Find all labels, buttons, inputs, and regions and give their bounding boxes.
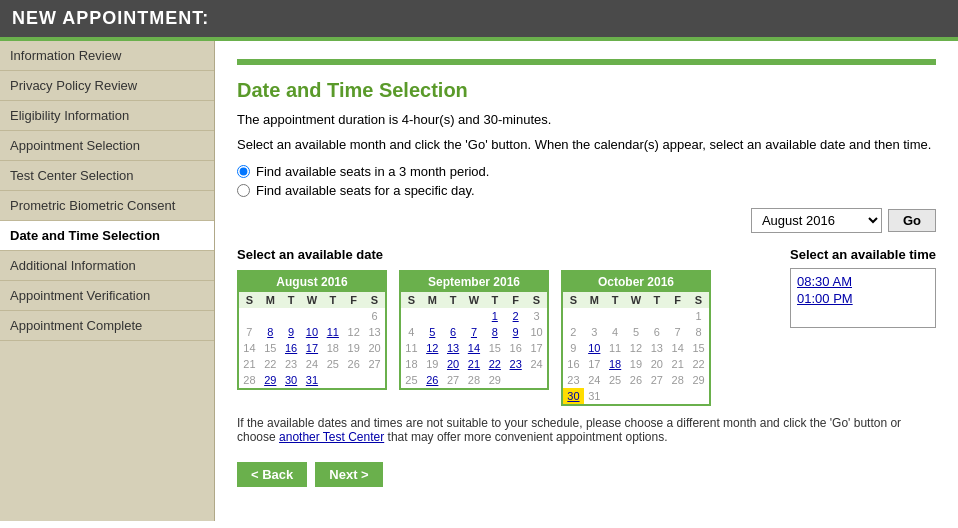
cal-day bbox=[646, 388, 667, 404]
sidebar-item[interactable]: Privacy Policy Review bbox=[0, 71, 214, 101]
cal-day: 3 bbox=[526, 308, 547, 324]
cal-day[interactable]: 31 bbox=[302, 372, 323, 388]
sidebar-item[interactable]: Eligibility Information bbox=[0, 101, 214, 131]
cal-day[interactable]: 11 bbox=[322, 324, 343, 340]
radio-3month-label: Find available seats in a 3 month period… bbox=[256, 164, 489, 179]
cal-day[interactable]: 29 bbox=[260, 372, 281, 388]
cal-day-header: S bbox=[563, 292, 584, 308]
cal-day: 20 bbox=[364, 340, 385, 356]
cal-day: 24 bbox=[302, 356, 323, 372]
cal-day[interactable]: 16 bbox=[281, 340, 302, 356]
sidebar-item[interactable]: Prometric Biometric Consent bbox=[0, 191, 214, 221]
cal-day bbox=[626, 308, 647, 324]
cal-day: 17 bbox=[584, 356, 605, 372]
cal-day bbox=[584, 308, 605, 324]
sidebar-item[interactable]: Appointment Verification bbox=[0, 281, 214, 311]
cal-day bbox=[464, 308, 485, 324]
cal-day: 27 bbox=[646, 372, 667, 388]
cal-day: 24 bbox=[584, 372, 605, 388]
cal-day[interactable]: 1 bbox=[484, 308, 505, 324]
cal-day bbox=[364, 372, 385, 388]
main-content: Date and Time Selection The appointment … bbox=[215, 41, 958, 521]
cal-day[interactable]: 30 bbox=[281, 372, 302, 388]
cal-day[interactable]: 12 bbox=[422, 340, 443, 356]
cal-day-header: W bbox=[464, 292, 485, 308]
cal-day: 24 bbox=[526, 356, 547, 372]
cal-day bbox=[605, 308, 626, 324]
cal-day[interactable]: 18 bbox=[605, 356, 626, 372]
cal-day[interactable]: 21 bbox=[464, 356, 485, 372]
cal-day[interactable]: 20 bbox=[443, 356, 464, 372]
cal-day[interactable]: 7 bbox=[464, 324, 485, 340]
cal-day[interactable]: 10 bbox=[584, 340, 605, 356]
cal-day: 23 bbox=[281, 356, 302, 372]
go-button[interactable]: Go bbox=[888, 209, 936, 232]
cal-day bbox=[322, 308, 343, 324]
cal-day[interactable]: 8 bbox=[484, 324, 505, 340]
sidebar-item[interactable]: Appointment Selection bbox=[0, 131, 214, 161]
sidebar-item[interactable]: Information Review bbox=[0, 41, 214, 71]
radio-3month[interactable]: Find available seats in a 3 month period… bbox=[237, 164, 936, 179]
radio-specific[interactable]: Find available seats for a specific day. bbox=[237, 183, 936, 198]
calendar-header-2: October 2016 bbox=[563, 272, 709, 292]
next-button[interactable]: Next > bbox=[315, 462, 382, 487]
cal-day[interactable]: 9 bbox=[505, 324, 526, 340]
radio-3month-input[interactable] bbox=[237, 165, 250, 178]
back-button[interactable]: < Back bbox=[237, 462, 307, 487]
cal-day[interactable]: 22 bbox=[484, 356, 505, 372]
month-select[interactable]: June 2016July 2016August 2016September 2… bbox=[751, 208, 882, 233]
sidebar-item[interactable]: Additional Information bbox=[0, 251, 214, 281]
cal-day: 23 bbox=[563, 372, 584, 388]
footer-text-after: that may offer more convenient appointme… bbox=[384, 430, 667, 444]
cal-day: 9 bbox=[563, 340, 584, 356]
cal-day bbox=[626, 388, 647, 404]
cal-day bbox=[260, 308, 281, 324]
cal-day: 13 bbox=[364, 324, 385, 340]
cal-day: 6 bbox=[646, 324, 667, 340]
sidebar-item[interactable]: Appointment Complete bbox=[0, 311, 214, 341]
cal-day[interactable]: 6 bbox=[443, 324, 464, 340]
cal-day: 12 bbox=[343, 324, 364, 340]
cal-day: 2 bbox=[563, 324, 584, 340]
cal-day[interactable]: 10 bbox=[302, 324, 323, 340]
cal-day: 22 bbox=[688, 356, 709, 372]
cal-day: 16 bbox=[563, 356, 584, 372]
time-option[interactable]: 01:00 PM bbox=[795, 290, 931, 307]
cal-day: 15 bbox=[688, 340, 709, 356]
cal-day[interactable]: 9 bbox=[281, 324, 302, 340]
cal-day[interactable]: 14 bbox=[464, 340, 485, 356]
radio-group: Find available seats in a 3 month period… bbox=[237, 164, 936, 198]
page-header: NEW APPOINTMENT: bbox=[0, 0, 958, 41]
calendar-0: August 2016SMTWTFS6789101112131415161718… bbox=[237, 270, 387, 390]
cal-day[interactable]: 13 bbox=[443, 340, 464, 356]
radio-specific-input[interactable] bbox=[237, 184, 250, 197]
cal-day: 10 bbox=[526, 324, 547, 340]
cal-day: 3 bbox=[584, 324, 605, 340]
sidebar-item[interactable]: Date and Time Selection bbox=[0, 221, 214, 251]
cal-day[interactable]: 5 bbox=[422, 324, 443, 340]
time-option[interactable]: 08:30 AM bbox=[795, 273, 931, 290]
cal-day: 13 bbox=[646, 340, 667, 356]
cal-day: 19 bbox=[422, 356, 443, 372]
cal-day: 16 bbox=[505, 340, 526, 356]
header-title: NEW APPOINTMENT: bbox=[12, 8, 209, 28]
cal-day: 5 bbox=[626, 324, 647, 340]
cal-day: 28 bbox=[464, 372, 485, 388]
cal-day[interactable]: 8 bbox=[260, 324, 281, 340]
cal-day bbox=[505, 372, 526, 388]
cal-day: 27 bbox=[364, 356, 385, 372]
cal-day: 26 bbox=[626, 372, 647, 388]
cal-day[interactable]: 23 bbox=[505, 356, 526, 372]
cal-day[interactable]: 26 bbox=[422, 372, 443, 388]
cal-day: 29 bbox=[688, 372, 709, 388]
sidebar-item[interactable]: Test Center Selection bbox=[0, 161, 214, 191]
footer-link[interactable]: another Test Center bbox=[279, 430, 384, 444]
cal-day-header: M bbox=[260, 292, 281, 308]
cal-day: 27 bbox=[443, 372, 464, 388]
cal-day[interactable]: 2 bbox=[505, 308, 526, 324]
cal-day bbox=[302, 308, 323, 324]
cal-day[interactable]: 17 bbox=[302, 340, 323, 356]
cal-day: 4 bbox=[605, 324, 626, 340]
cal-day[interactable]: 30 bbox=[563, 388, 584, 404]
go-row: June 2016July 2016August 2016September 2… bbox=[237, 208, 936, 233]
